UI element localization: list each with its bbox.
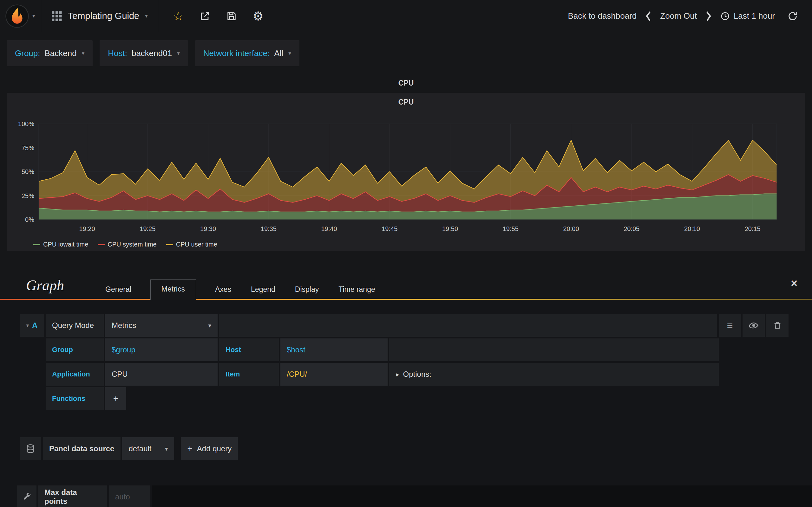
chart-title: CPU <box>7 98 805 107</box>
tab-general[interactable]: General <box>105 280 132 299</box>
chevron-down-icon: ▾ <box>145 13 148 19</box>
variable-value: All <box>274 49 283 58</box>
datasource-icon-cell <box>20 437 41 460</box>
refresh-button[interactable] <box>788 11 798 21</box>
navbar-right: Back to dashboard Zoom Out Last 1 hour <box>568 11 798 21</box>
variable-network-interface-dropdown[interactable]: Network interface: All ▾ <box>195 40 299 66</box>
chevron-down-icon: ▾ <box>165 445 168 452</box>
time-picker-button[interactable]: Last 1 hour <box>720 11 775 21</box>
wrench-icon <box>22 493 32 501</box>
max-data-points-filler <box>152 486 812 507</box>
host-value-segment[interactable]: $host <box>281 338 388 361</box>
variable-label: Network interface: <box>203 49 270 58</box>
series-color-marker <box>166 244 173 245</box>
save-button[interactable] <box>226 11 237 21</box>
tab-display[interactable]: Display <box>294 280 319 299</box>
query-row-filler <box>219 314 717 337</box>
clock-icon <box>720 11 730 21</box>
back-to-dashboard-button[interactable]: Back to dashboard <box>568 11 637 21</box>
variable-value: backend01 <box>132 49 172 58</box>
application-value-segment[interactable]: CPU <box>105 363 217 386</box>
tab-time-range[interactable]: Time range <box>338 280 375 299</box>
host-value: $host <box>287 345 305 354</box>
legend-item[interactable]: CPU user time <box>166 241 217 248</box>
chart-legend: CPU iowait time CPU system time CPU user… <box>33 241 217 248</box>
query-row-filler <box>389 338 719 361</box>
variable-group-dropdown[interactable]: Group: Backend ▾ <box>7 40 93 66</box>
svg-text:20:00: 20:00 <box>563 225 579 232</box>
options-toggle[interactable]: ▸ Options: <box>389 363 719 386</box>
host-label: Host <box>225 346 241 354</box>
query-collapse-toggle[interactable]: ▾ A <box>20 314 44 337</box>
close-icon[interactable]: × <box>791 277 798 290</box>
variable-label: Group: <box>15 49 40 58</box>
chevron-down-icon: ▾ <box>26 322 29 329</box>
svg-text:20:05: 20:05 <box>623 225 640 232</box>
add-query-label: Add query <box>197 444 232 453</box>
svg-text:100%: 100% <box>18 120 34 127</box>
series-label: CPU iowait time <box>43 241 88 248</box>
query-mode-value: Metrics <box>112 321 136 330</box>
variable-label: Host: <box>108 49 127 58</box>
max-data-points-input[interactable] <box>109 486 150 507</box>
star-button[interactable]: ☆ <box>173 10 184 22</box>
grafana-logo-icon <box>5 4 29 28</box>
svg-text:20:10: 20:10 <box>684 225 700 232</box>
share-button[interactable] <box>200 11 210 21</box>
gear-icon: ⚙ <box>253 10 264 22</box>
svg-text:19:30: 19:30 <box>200 225 216 232</box>
functions-label: Functions <box>52 395 85 403</box>
eye-icon <box>749 320 759 331</box>
plus-icon: + <box>187 444 192 454</box>
add-query-button[interactable]: + Add query <box>181 437 238 460</box>
svg-text:19:40: 19:40 <box>321 225 337 232</box>
tab-metrics[interactable]: Metrics <box>150 279 196 300</box>
item-value-segment[interactable]: /CPU/ <box>281 363 388 386</box>
cpu-stacked-area-chart[interactable]: 0%25%50%75%100%19:2019:2519:3019:3519:40… <box>7 93 805 250</box>
dashboard-grid-icon <box>51 11 62 21</box>
tab-legend[interactable]: Legend <box>250 280 276 299</box>
dashboard-title: Templating Guide <box>68 11 140 21</box>
chevron-right-icon[interactable] <box>705 11 712 21</box>
svg-text:50%: 50% <box>21 168 34 175</box>
datasource-dropdown[interactable]: default ▾ <box>122 437 174 460</box>
application-label: Application <box>52 370 90 378</box>
time-range-label: Last 1 hour <box>734 11 775 21</box>
series-color-marker <box>98 244 105 245</box>
tab-axes[interactable]: Axes <box>214 280 232 299</box>
application-value: CPU <box>112 370 128 379</box>
svg-text:19:35: 19:35 <box>261 225 276 232</box>
editor-content: ▾ A Query Mode Metrics ▾ ≡ Group $group … <box>0 300 812 507</box>
variable-host-dropdown[interactable]: Host: backend01 ▾ <box>100 40 188 66</box>
query-delete-button[interactable] <box>766 314 789 337</box>
item-label: Item <box>225 370 240 378</box>
query-row-a: ▾ A Query Mode Metrics ▾ ≡ <box>20 314 789 337</box>
series-label: CPU system time <box>107 241 156 248</box>
chevron-left-icon[interactable] <box>645 11 652 21</box>
series-label: CPU user time <box>176 241 217 248</box>
query-mode-dropdown[interactable]: Metrics ▾ <box>105 314 217 337</box>
org-menu-button[interactable]: ▾ <box>0 0 41 32</box>
panel-title[interactable]: CPU <box>0 79 812 87</box>
series-color-marker <box>33 244 40 245</box>
query-functions-row: Functions + <box>46 387 719 410</box>
svg-text:0%: 0% <box>25 216 34 223</box>
wrench-icon-cell <box>17 486 37 507</box>
hamburger-icon: ≡ <box>727 320 733 331</box>
query-menu-button[interactable]: ≡ <box>719 314 741 337</box>
legend-item[interactable]: CPU iowait time <box>33 241 88 248</box>
item-value: /CPU/ <box>287 370 307 379</box>
datasource-row: Panel data source default ▾ + Add query <box>20 437 812 460</box>
legend-item[interactable]: CPU system time <box>98 241 156 248</box>
add-function-button[interactable]: + <box>105 387 126 410</box>
navbar: ▾ Templating Guide ▾ ☆ ⚙ Back to dashboa… <box>0 0 812 32</box>
settings-button[interactable]: ⚙ <box>253 10 264 22</box>
options-label: Options: <box>403 370 432 379</box>
group-value-segment[interactable]: $group <box>105 338 217 361</box>
query-toggle-visibility-button[interactable] <box>743 314 765 337</box>
max-data-points-row: Max data points <box>17 486 812 507</box>
group-label: Group <box>52 346 73 354</box>
zoom-out-button[interactable]: Zoom Out <box>660 11 697 21</box>
dashboard-title-menu[interactable]: Templating Guide ▾ <box>41 0 158 32</box>
svg-text:75%: 75% <box>21 145 34 152</box>
